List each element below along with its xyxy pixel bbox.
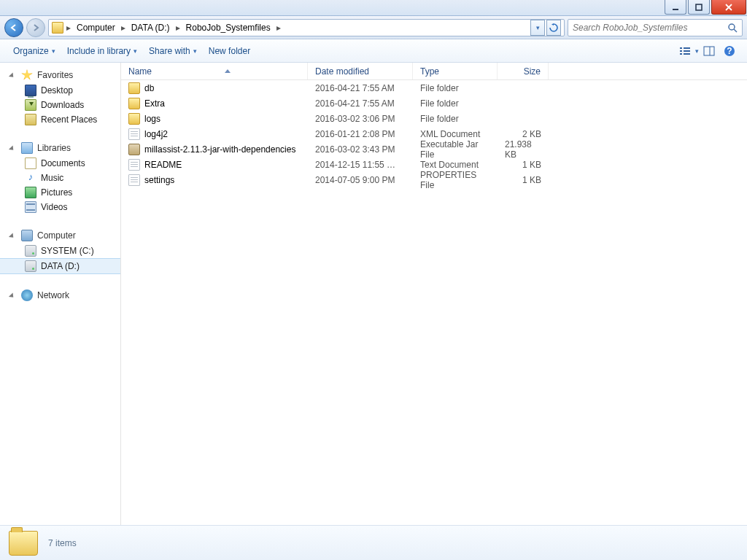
expand-icon	[10, 292, 17, 299]
file-date: 2016-03-02 3:06 PM	[308, 114, 413, 124]
nav-item-recent-places[interactable]: Recent Places	[0, 112, 120, 127]
nav-group-libraries[interactable]: Libraries	[0, 140, 120, 156]
nav-group-network[interactable]: Network	[0, 287, 120, 303]
status-bar: 7 items	[0, 525, 747, 560]
expand-icon	[10, 145, 17, 152]
search-icon[interactable]	[727, 23, 738, 33]
address-bar: ▸ Computer ▸ DATA (D:) ▸ RoboJob_Systemf…	[0, 16, 747, 39]
newfolder-label: New folder	[209, 46, 250, 56]
chevron-right-icon: ▸	[276, 23, 281, 33]
prop-icon	[128, 174, 140, 186]
nav-group-computer[interactable]: Computer	[0, 228, 120, 244]
nav-item-label: Downloads	[41, 100, 84, 110]
file-row[interactable]: db2016-04-21 7:55 AMFile folder	[121, 80, 747, 96]
nav-item-documents[interactable]: Documents	[0, 156, 120, 171]
view-options-button[interactable]	[676, 42, 694, 60]
folder-icon	[128, 113, 140, 125]
nav-group-label: Network	[37, 290, 69, 300]
share-with-menu[interactable]: Share with▾	[143, 43, 203, 59]
svg-rect-1	[696, 4, 702, 10]
file-type: File folder	[413, 98, 498, 109]
breadcrumb-segment[interactable]: DATA (D:)	[128, 23, 173, 33]
file-row[interactable]: millassist-2.11.3-jar-with-dependencies2…	[121, 141, 747, 157]
file-type: File folder	[413, 114, 498, 124]
help-button[interactable]: ?	[721, 42, 738, 60]
nav-group-label: Computer	[37, 230, 76, 241]
computer-icon	[21, 230, 33, 241]
nav-item-label: SYSTEM (C:)	[41, 246, 94, 256]
column-header-type[interactable]: Type	[413, 63, 498, 79]
nav-item-downloads[interactable]: Downloads	[0, 98, 120, 112]
nav-item-drive-d[interactable]: DATA (D:)	[0, 258, 120, 274]
file-name: log4j2	[144, 129, 168, 139]
svg-rect-8	[680, 53, 682, 55]
chevron-right-icon: ▸	[176, 23, 180, 33]
file-date: 2014-07-05 9:00 PM	[308, 175, 413, 185]
file-size: 1 KB	[498, 160, 549, 170]
column-header-name[interactable]: Name	[121, 63, 308, 79]
file-list: Name Date modified Type Size db2016-04-2…	[121, 63, 747, 525]
organize-menu[interactable]: Organize▾	[7, 43, 61, 59]
nav-item-label: DATA (D:)	[41, 261, 80, 271]
file-row[interactable]: settings2014-07-05 9:00 PMPROPERTIES Fil…	[121, 172, 747, 187]
expand-icon	[10, 233, 17, 239]
nav-item-videos[interactable]: Videos	[0, 200, 120, 214]
new-folder-button[interactable]: New folder	[203, 43, 256, 59]
file-row[interactable]: Extra2016-04-21 7:55 AMFile folder	[121, 96, 747, 111]
view-dropdown-icon[interactable]: ▾	[695, 47, 699, 55]
include-in-library-menu[interactable]: Include in library▾	[61, 43, 143, 59]
forward-button[interactable]	[26, 18, 45, 37]
column-label: Type	[420, 66, 439, 77]
close-button[interactable]	[711, 0, 746, 15]
file-size: 21.938 KB	[498, 139, 549, 160]
file-type: XML Document	[413, 129, 498, 139]
chevron-right-icon: ▸	[66, 23, 71, 33]
minimize-button[interactable]	[665, 0, 686, 15]
nav-item-pictures[interactable]: Pictures	[0, 185, 120, 200]
column-label: Date modified	[315, 66, 369, 77]
nav-item-desktop[interactable]: Desktop	[0, 83, 120, 98]
breadcrumb-segment[interactable]: RoboJob_Systemfiles	[183, 23, 274, 33]
column-header-date[interactable]: Date modified	[308, 63, 413, 79]
toolbar: Organize▾ Include in library▾ Share with…	[0, 39, 747, 63]
file-date: 2016-01-21 2:08 PM	[308, 129, 413, 139]
file-type: Text Document	[413, 160, 498, 170]
file-type: Executable Jar File	[413, 139, 498, 160]
nav-item-drive-c[interactable]: SYSTEM (C:)	[0, 244, 120, 258]
window-chrome	[0, 0, 747, 16]
file-date: 2016-04-21 7:55 AM	[308, 98, 413, 109]
drive-icon	[25, 245, 36, 257]
nav-item-music[interactable]: ♪Music	[0, 171, 120, 185]
svg-line-3	[734, 29, 737, 32]
pictures-icon	[25, 187, 36, 198]
share-label: Share with	[149, 46, 190, 56]
file-date: 2016-03-02 3:43 PM	[308, 144, 413, 155]
maximize-button[interactable]	[688, 0, 710, 15]
file-name: logs	[144, 114, 160, 124]
folder-icon	[128, 98, 140, 109]
file-row[interactable]: logs2016-03-02 3:06 PMFile folder	[121, 111, 747, 126]
column-header-size[interactable]: Size	[498, 63, 549, 79]
nav-group-label: Libraries	[37, 143, 71, 153]
nav-item-label: Pictures	[41, 187, 72, 198]
desktop-icon	[25, 85, 36, 96]
preview-pane-button[interactable]	[700, 42, 718, 60]
nav-item-label: Documents	[41, 158, 85, 168]
nav-item-label: Videos	[41, 202, 67, 212]
folder-icon	[52, 22, 63, 34]
chevron-right-icon: ▸	[121, 23, 125, 33]
breadcrumb-segment[interactable]: Computer	[74, 23, 118, 33]
search-box[interactable]	[568, 19, 743, 36]
history-dropdown-button[interactable]: ▾	[530, 20, 545, 36]
search-input[interactable]	[573, 23, 727, 33]
xml-icon	[128, 128, 140, 140]
folder-icon	[9, 531, 38, 556]
svg-point-2	[729, 24, 735, 30]
back-button[interactable]	[4, 18, 23, 37]
nav-group-favorites[interactable]: Favorites	[0, 67, 120, 83]
refresh-button[interactable]	[546, 20, 561, 36]
breadcrumb[interactable]: ▸ Computer ▸ DATA (D:) ▸ RoboJob_Systemf…	[48, 19, 565, 36]
libraries-icon	[21, 142, 33, 154]
file-size: 2 KB	[498, 129, 549, 139]
column-label: Name	[128, 66, 152, 77]
